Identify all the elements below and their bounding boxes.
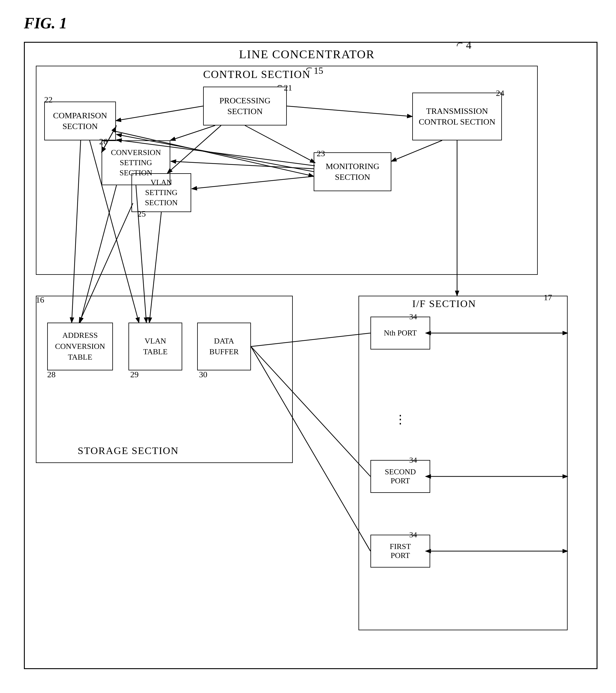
transmission-control-section-box: TRANSMISSIONCONTROL SECTION xyxy=(412,93,502,140)
ref-26: 26 xyxy=(99,137,107,146)
line-concentrator-label: LINE CONCENTRATOR xyxy=(239,47,375,61)
ellipsis-dots: ⋮ xyxy=(394,412,408,426)
address-conversion-table-box: ADDRESSCONVERSIONTABLE xyxy=(47,323,113,370)
ref-34-nth: 34 xyxy=(409,313,417,321)
ref-30: 30 xyxy=(199,370,207,379)
nth-port-box: Nth PORT xyxy=(371,317,430,350)
data-buffer-label: DATABUFFER xyxy=(210,336,239,358)
transmission-control-label: TRANSMISSIONCONTROL SECTION xyxy=(419,106,495,127)
ref-24: 24 xyxy=(496,88,504,98)
storage-section-label: STORAGE SECTION xyxy=(78,445,179,456)
processing-section-box: PROCESSINGSECTION xyxy=(203,87,287,125)
ref-34-second: 34 xyxy=(409,456,417,465)
ref-16: 16 xyxy=(36,295,44,305)
second-port-box: SECONDPORT xyxy=(371,460,430,493)
data-buffer-box: DATABUFFER xyxy=(197,323,251,370)
monitoring-section-label: MONITORINGSECTION xyxy=(325,161,379,183)
vlan-setting-section-box: VLANSETTINGSECTION xyxy=(132,173,191,212)
second-port-label: SECONDPORT xyxy=(385,468,416,486)
vlan-table-box: VLANTABLE xyxy=(128,323,182,370)
ref-15: 15 xyxy=(314,65,323,76)
monitoring-section-box: MONITORINGSECTION xyxy=(314,152,391,191)
ref-28: 28 xyxy=(47,370,56,379)
ref-25: 25 xyxy=(137,209,146,219)
comparison-section-label: COMPARISONSECTION xyxy=(53,110,107,132)
first-port-box: FIRSTPORT xyxy=(371,535,430,568)
ref-22: 22 xyxy=(44,95,53,104)
control-section-label: CONTROL SECTION xyxy=(203,68,311,81)
vlan-setting-label: VLANSETTINGSECTION xyxy=(145,177,178,207)
processing-section-label: PROCESSINGSECTION xyxy=(219,95,270,117)
figure-title: FIG. 1 xyxy=(24,14,67,32)
ref-29: 29 xyxy=(130,370,139,379)
vlan-table-label: VLANTABLE xyxy=(143,336,167,358)
if-section-label: I/F SECTION xyxy=(412,298,476,310)
first-port-label: FIRSTPORT xyxy=(390,542,411,560)
ref-34-first: 34 xyxy=(409,531,417,539)
nth-port-label: Nth PORT xyxy=(384,329,417,338)
comparison-section-box: COMPARISONSECTION xyxy=(44,102,116,140)
ref-21: 21 xyxy=(284,83,292,93)
storage-section-box xyxy=(36,296,293,463)
ref-23: 23 xyxy=(317,149,325,158)
address-conversion-label: ADDRESSCONVERSIONTABLE xyxy=(55,330,105,363)
ref-17: 17 xyxy=(544,293,552,302)
